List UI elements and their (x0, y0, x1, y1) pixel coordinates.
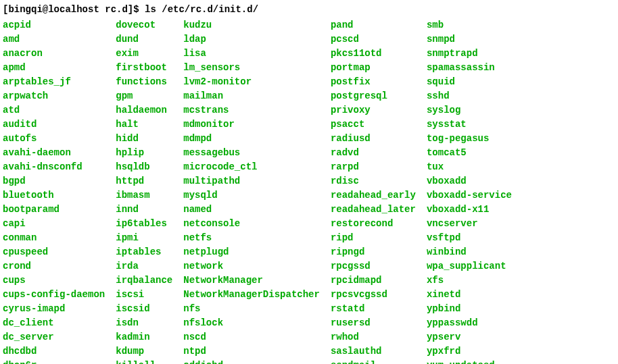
file-entry: ldap (183, 32, 320, 47)
file-entry: avahi-dnsconfd (3, 160, 105, 174)
file-entry: kudzu (183, 18, 320, 32)
terminal-prompt: [bingqi@localhost rc.d]$ ls /etc/rc.d/in… (3, 3, 615, 17)
file-entry: xinetd (427, 288, 512, 302)
file-entry: iscsi (116, 288, 172, 302)
file-entry: halt (116, 118, 172, 132)
file-entry: crond (3, 259, 105, 274)
file-entry: dund (116, 32, 172, 47)
file-entry: irqbalance (116, 274, 172, 288)
listing-column-3: kudzuldaplisalm_sensorslvm2-monitormailm… (183, 18, 320, 364)
file-entry: pcscd (331, 32, 416, 47)
file-entry: snmpd (427, 32, 512, 47)
file-entry: dc_server (3, 330, 105, 344)
file-entry: rwhod (331, 330, 416, 344)
file-entry: postfix (331, 75, 416, 89)
file-entry: postgresql (331, 89, 416, 103)
file-entry: mailman (183, 89, 320, 103)
file-entry: functions (116, 75, 172, 89)
file-entry: tog-pegasus (427, 132, 512, 146)
file-entry: multipathd (183, 174, 320, 188)
file-entry: auditd (3, 118, 105, 132)
file-entry: rusersd (331, 316, 416, 330)
file-entry: readahead_later (331, 203, 416, 217)
file-entry: vsftpd (427, 231, 512, 245)
file-entry: winbind (427, 245, 512, 259)
file-entry: iscsid (116, 302, 172, 316)
file-entry: killall (116, 359, 172, 364)
file-entry: rarpd (331, 160, 416, 174)
file-entry: kadmin (116, 330, 172, 344)
file-entry: portmap (331, 61, 416, 75)
file-entry: mysqld (183, 188, 320, 203)
file-entry: netplugd (183, 245, 320, 259)
file-entry: anacron (3, 47, 105, 61)
file-entry: vboxadd-service (427, 188, 512, 203)
file-entry: network (183, 259, 320, 274)
file-entry: arptables_jf (3, 75, 105, 89)
file-entry: sysstat (427, 118, 512, 132)
file-entry: amd (3, 32, 105, 47)
file-entry: netconsole (183, 217, 320, 231)
file-entry: mcstrans (183, 103, 320, 118)
file-entry: microcode_ctl (183, 160, 320, 174)
file-entry: autofs (3, 132, 105, 146)
file-entry: readahead_early (331, 188, 416, 203)
file-entry: squid (427, 75, 512, 89)
file-entry: cpuspeed (3, 245, 105, 259)
file-entry: pkcs11otd (331, 47, 416, 61)
file-entry: ibmasm (116, 188, 172, 203)
file-entry: privoxy (331, 103, 416, 118)
file-entry: lisa (183, 47, 320, 61)
file-entry: exim (116, 47, 172, 61)
file-entry: rpcsvcgssd (331, 288, 416, 302)
file-entry: bgpd (3, 174, 105, 188)
file-entry: oddjobd (183, 359, 320, 364)
file-entry: rdisc (331, 174, 416, 188)
file-entry: ntpd (183, 344, 320, 359)
file-entry: iptables (116, 245, 172, 259)
file-entry: ripd (331, 231, 416, 245)
file-entry: NetworkManager (183, 274, 320, 288)
file-entry: dc_client (3, 316, 105, 330)
file-entry: ypserv (427, 330, 512, 344)
file-entry: apmd (3, 61, 105, 75)
file-entry: named (183, 203, 320, 217)
file-entry: avahi-daemon (3, 146, 105, 160)
file-entry: messagebus (183, 146, 320, 160)
file-entry: radiusd (331, 132, 416, 146)
file-entry: yppasswdd (427, 316, 512, 330)
file-entry: bluetooth (3, 188, 105, 203)
file-entry: conman (3, 231, 105, 245)
file-entry: ipmi (116, 231, 172, 245)
file-entry: saslauthd (331, 344, 416, 359)
file-entry: spamassassin (427, 61, 512, 75)
file-entry: mdmonitor (183, 118, 320, 132)
file-entry: vncserver (427, 217, 512, 231)
file-entry: ip6tables (116, 217, 172, 231)
file-entry: kdump (116, 344, 172, 359)
file-entry: sendmail (331, 359, 416, 364)
file-entry: nfslock (183, 316, 320, 330)
file-entry: ripngd (331, 245, 416, 259)
file-entry: vboxadd-x11 (427, 203, 512, 217)
file-entry: yum-updatesd (427, 359, 512, 364)
file-entry: acpid (3, 18, 105, 32)
file-entry: pand (331, 18, 416, 32)
file-entry: cyrus-imapd (3, 302, 105, 316)
listing-column-1: acpidamdanacronapmdarptables_jfarpwatcha… (3, 18, 105, 364)
file-entry: firstboot (116, 61, 172, 75)
file-entry: gpm (116, 89, 172, 103)
file-entry: httpd (116, 174, 172, 188)
listing-column-2: dovecotdundeximfirstbootfunctionsgpmhald… (116, 18, 172, 364)
file-entry: NetworkManagerDispatcher (183, 288, 320, 302)
file-entry: hplip (116, 146, 172, 160)
directory-listing: acpidamdanacronapmdarptables_jfarpwatcha… (3, 18, 615, 364)
file-entry: cups (3, 274, 105, 288)
file-entry: hsqldb (116, 160, 172, 174)
listing-column-4: pandpcscdpkcs11otdportmappostfixpostgres… (331, 18, 416, 364)
file-entry: bootparamd (3, 203, 105, 217)
file-entry: syslog (427, 103, 512, 118)
file-entry: cups-config-daemon (3, 288, 105, 302)
listing-column-5: smbsnmpdsnmptrapdspamassassinsquidsshdsy… (427, 18, 512, 364)
file-entry: sshd (427, 89, 512, 103)
